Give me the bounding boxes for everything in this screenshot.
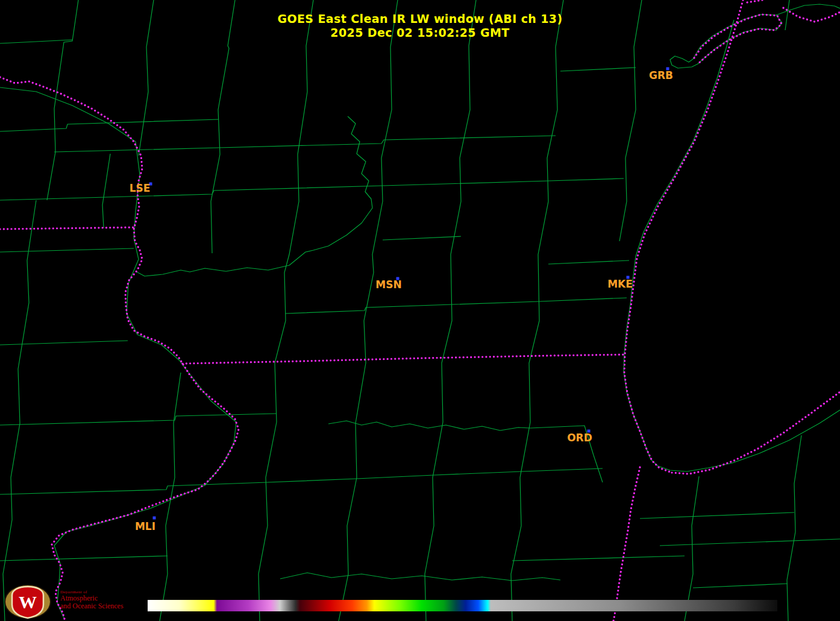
river-shoreline-line [624,20,840,471]
state-border-dotted-line [747,0,762,2]
image-title-line1: GOES East Clean IR LW window (ABI ch 13) [0,12,840,26]
station-label-GRB: GRB [649,69,673,81]
state-border-dotted-line [672,392,840,474]
image-title: GOES East Clean IR LW window (ABI ch 13)… [0,12,840,40]
river-shoreline-line [0,87,236,618]
county-boundary-line [0,248,134,252]
county-boundary-line [0,556,168,561]
county-boundary-line [787,435,801,621]
river-shoreline-line [136,116,372,276]
station-dot-MLI [153,517,156,520]
county-boundary-line [511,0,563,621]
county-boundary-line [0,468,603,494]
station-label-MSN: MSN [375,279,401,291]
county-boundary-line [640,512,794,519]
uw-aos-logo: W Department of Atmospheric and Oceanic … [4,584,124,619]
county-boundary-line [685,476,699,621]
county-boundary-line [660,539,840,546]
state-border-dotted-line [613,467,640,621]
image-timestamp: 2025 Dec 02 15:02:25 GMT [0,26,840,40]
river-shoreline-line [280,573,560,581]
station-label-MLI: MLI [135,520,155,532]
river-shoreline-line [328,421,530,430]
county-boundary-line [560,68,636,71]
county-boundary-line [0,341,128,345]
county-boundary-line [425,0,476,621]
county-boundary-line [0,178,624,200]
county-boundary-line [548,260,629,264]
logo-line2: and Oceanic Sciences [60,602,124,610]
state-border-dotted-line [183,355,625,364]
county-boundary-line [286,298,627,314]
map-svg: GRBLSEMSNMKEORDMLI [0,0,840,621]
county-boundary-line [0,119,218,131]
ir-temperature-colorbar [148,600,777,611]
county-boundary-line [3,200,36,621]
station-label-LSE: LSE [130,182,151,194]
county-boundary-line [383,236,461,240]
state-border-dotted-line [0,77,239,621]
station-label-ORD: ORD [567,432,592,444]
satellite-image-viewport: GRBLSEMSNMKEORDMLI GOES East Clean IR LW… [0,0,840,621]
station-label-MKE: MKE [607,278,633,290]
county-boundary-line [102,154,110,228]
svg-text:W: W [19,592,37,612]
county-boundary-line [339,0,398,621]
state-border-dotted-line [0,227,135,229]
uw-aos-logo-text: Department of Atmospheric and Oceanic Sc… [60,590,124,610]
uw-crest-icon: W [4,584,52,619]
county-boundary-line [512,556,685,561]
county-boundary-line [693,584,788,588]
county-boundary-line [0,40,72,43]
county-boundary-line [259,0,313,621]
county-boundary-line [54,136,556,152]
